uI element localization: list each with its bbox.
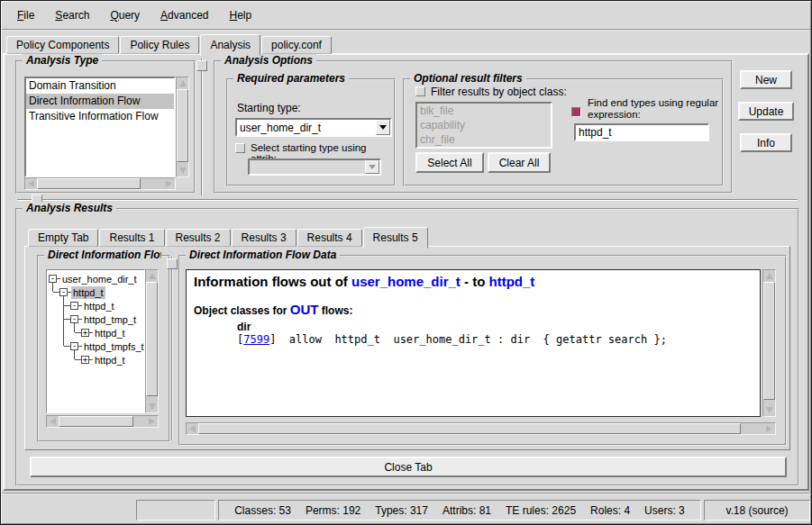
scroll-left-icon[interactable]: [47, 416, 59, 427]
regex-entry: [574, 123, 709, 141]
analysis-type-listbox: Domain Transition Direct Information Flo…: [24, 77, 176, 177]
scrollbar-thumb[interactable]: [198, 423, 741, 434]
required-parameters-title: Required parameters: [233, 72, 349, 85]
menu-search[interactable]: Search: [47, 6, 97, 24]
clear-all-button[interactable]: Clear All: [488, 152, 551, 173]
starting-type-input[interactable]: [237, 120, 376, 135]
tree-expander-icon[interactable]: -: [49, 275, 57, 283]
object-class-listbox-disabled: blk_file capability chr_file: [415, 102, 552, 149]
status-stats-segment: Classes: 53 Perms: 192 Types: 317 Attrib…: [218, 500, 701, 520]
tree-horizontal-scrollbar[interactable]: [46, 415, 159, 428]
tree-row: - user_home_dir_t: [47, 272, 139, 285]
scrollbar-thumb[interactable]: [763, 282, 775, 400]
select-all-button[interactable]: Select All: [415, 152, 484, 173]
results-pane-sash[interactable]: [17, 199, 798, 201]
scrollbar-thumb[interactable]: [177, 89, 188, 162]
tree-data-sash-handle[interactable]: [167, 258, 178, 269]
filter-by-class-row: Filter results by object class:: [415, 86, 567, 98]
status-bar: Classes: 53 Perms: 192 Types: 317 Attrib…: [2, 493, 812, 525]
scroll-down-icon[interactable]: [763, 404, 775, 416]
scroll-left-icon[interactable]: [187, 423, 198, 434]
tree-expander-icon[interactable]: +: [81, 329, 89, 337]
scroll-right-icon[interactable]: [163, 178, 175, 189]
analysis-type-horizontal-scrollbar[interactable]: [24, 177, 176, 190]
regex-input[interactable]: [576, 125, 707, 140]
menu-query[interactable]: Query: [102, 6, 148, 24]
new-button[interactable]: New: [740, 70, 792, 89]
scrollbar-thumb[interactable]: [59, 416, 133, 427]
tab-results-4[interactable]: Results 4: [297, 229, 362, 247]
tree-node-httpd-t[interactable]: httpd_t: [82, 300, 116, 312]
scroll-up-icon[interactable]: [146, 270, 158, 282]
analysis-type-item-direct-information-flow[interactable]: Direct Information Flow: [26, 94, 174, 109]
analysis-type-title: Analysis Type: [23, 54, 102, 67]
object-class-item: capability: [417, 118, 551, 132]
data-vertical-scrollbar[interactable]: [762, 269, 776, 417]
menu-advanced[interactable]: Advanced: [152, 6, 216, 24]
scroll-up-icon[interactable]: [177, 77, 188, 89]
tree-node-httpd-tmp-t[interactable]: httpd_tmp_t: [82, 313, 138, 326]
flow-data-textarea[interactable]: Information flows out of user_home_dir_t…: [186, 269, 761, 417]
scroll-right-icon[interactable]: [763, 423, 775, 434]
tree-expander-icon[interactable]: -: [70, 302, 78, 310]
tab-empty[interactable]: Empty Tab: [28, 229, 98, 247]
tab-results-3[interactable]: Results 3: [232, 229, 297, 247]
stat-perms: Perms: 192: [306, 504, 360, 517]
tree-node-httpd-t[interactable]: httpd_t: [93, 354, 127, 367]
tree-node-httpd-tmpfs-t[interactable]: httpd_tmpfs_t: [82, 340, 145, 353]
tab-policy-conf[interactable]: policy.conf: [261, 36, 332, 54]
attrib-checkbox[interactable]: [235, 143, 245, 153]
tree-row: - httpd_t: [47, 285, 105, 299]
info-button[interactable]: Info: [740, 133, 792, 152]
analysis-type-item-transitive-information-flow[interactable]: Transitive Information Flow: [26, 109, 174, 124]
scroll-down-icon[interactable]: [177, 165, 188, 177]
menu-help[interactable]: Help: [221, 6, 260, 24]
tab-results-1[interactable]: Results 1: [99, 229, 164, 247]
tab-policy-components[interactable]: Policy Components: [6, 36, 119, 54]
analysis-type-item-domain-transition[interactable]: Domain Transition: [26, 78, 174, 94]
top-pane-sash[interactable]: [201, 59, 203, 195]
tab-results-2[interactable]: Results 2: [166, 229, 231, 247]
scroll-right-icon[interactable]: [146, 416, 158, 427]
scrollbar-thumb[interactable]: [37, 178, 141, 189]
tree-node-httpd-t[interactable]: httpd_t: [71, 286, 105, 299]
rule-number-link[interactable]: 7599: [243, 333, 269, 346]
filter-by-class-checkbox[interactable]: [415, 86, 425, 96]
stat-types: Types: 317: [375, 504, 428, 517]
tree-expander-icon[interactable]: -: [59, 288, 68, 296]
tree-node-httpd-t[interactable]: httpd_t: [93, 327, 127, 339]
tab-policy-rules[interactable]: Policy Rules: [120, 36, 199, 54]
scrollbar-thumb[interactable]: [146, 282, 158, 396]
apol-window: File Search Query Advanced Help Policy C…: [0, 0, 812, 525]
stat-users: Users: 3: [644, 504, 685, 517]
tree-vertical-scrollbar[interactable]: [145, 269, 159, 413]
tab-results-5[interactable]: Results 5: [363, 227, 428, 249]
tree-row: - httpd_tmp_t: [47, 312, 138, 326]
optional-result-filters-title: Optional result filters: [410, 72, 526, 85]
tree-data-sash[interactable]: [171, 257, 173, 440]
tree-expander-icon[interactable]: -: [70, 342, 78, 350]
menu-file[interactable]: File: [9, 6, 42, 24]
tree-node-user-home-dir-t[interactable]: user_home_dir_t: [60, 273, 139, 285]
combobox-dropdown-button[interactable]: [376, 120, 390, 135]
scroll-up-icon[interactable]: [763, 270, 775, 282]
data-horizontal-scrollbar[interactable]: [186, 422, 776, 435]
top-pane-sash-handle[interactable]: [196, 60, 207, 71]
status-empty-segment: [136, 500, 215, 520]
tree-expander-icon[interactable]: -: [70, 315, 78, 323]
tab-analysis[interactable]: Analysis: [200, 34, 260, 56]
tree-row: - httpd_tmpfs_t: [47, 339, 145, 353]
regex-checkbox[interactable]: [571, 107, 581, 117]
tree-expander-icon[interactable]: +: [81, 356, 89, 364]
stat-attribs: Attribs: 81: [442, 504, 491, 517]
starting-type-label: Starting type:: [237, 102, 301, 114]
analysis-options-title: Analysis Options: [221, 54, 316, 67]
analysis-options-group: Analysis Options Required parameters Sta…: [214, 60, 733, 194]
scroll-left-icon[interactable]: [25, 178, 37, 189]
close-tab-button[interactable]: Close Tab: [30, 457, 787, 477]
flow-tree-group: Direct Information Flow 1 - user_home_di…: [37, 255, 170, 442]
analysis-type-vertical-scrollbar[interactable]: [176, 77, 189, 177]
target-type: httpd_t: [489, 274, 535, 289]
scroll-down-icon[interactable]: [146, 401, 158, 412]
update-button[interactable]: Update: [738, 102, 794, 121]
